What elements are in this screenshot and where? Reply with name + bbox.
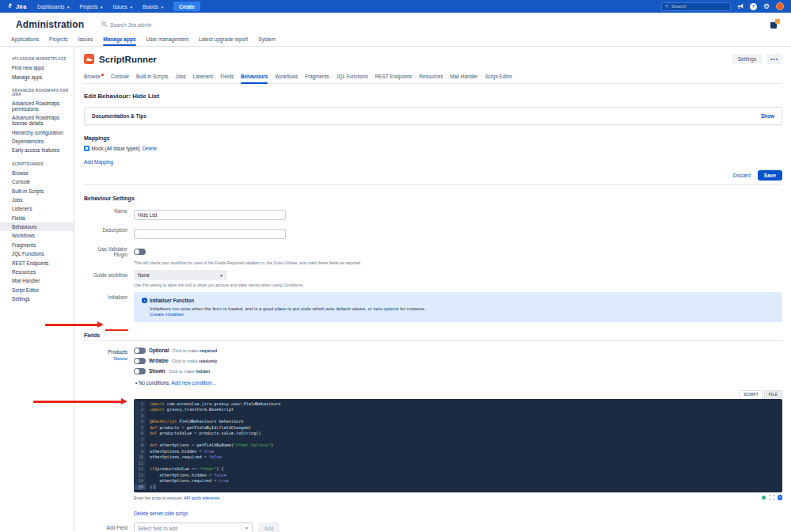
description-field[interactable] (134, 229, 286, 239)
initialiser-label: Initialiser (84, 292, 127, 322)
tab-rest-endpoints[interactable]: REST Endpoints (375, 74, 412, 79)
add-condition-link[interactable]: Add new condition... (171, 380, 216, 386)
scriptrunner-header: ScriptRunner Settings ••• (84, 54, 782, 64)
addon-puzzle-icon[interactable] (770, 19, 780, 28)
tab-workflows[interactable]: Workflows (275, 74, 298, 79)
sidebar-item-manage-apps[interactable]: Manage apps (0, 72, 74, 81)
tab-resources[interactable]: Resources (419, 74, 443, 79)
add-field-select[interactable]: Select field to add ▼ (134, 522, 253, 532)
sidebar-item-jql-functions[interactable]: JQL Functions (0, 249, 74, 258)
create-button[interactable]: Create (173, 2, 200, 11)
sidebar-item-mail-handler[interactable]: Mail Handler (0, 276, 74, 285)
admin-tab-issues[interactable]: Issues (78, 36, 93, 46)
gear-icon[interactable]: ⚙ (763, 3, 770, 10)
guide-workflow-select[interactable]: None ▼ (134, 270, 227, 280)
sidebar-item-browse[interactable]: Browse (0, 169, 74, 177)
sidebar-item-workflows[interactable]: Workflows (0, 231, 74, 240)
validator-toggle[interactable] (134, 249, 146, 255)
admin-tab-latest-upgrade-report[interactable]: Latest upgrade report (199, 36, 248, 46)
app-title: ScriptRunner (99, 55, 157, 64)
code-editor[interactable]: 1import com.onresolve.jira.groovy.user.F… (134, 399, 782, 493)
sidebar-item-advanced-roadmaps-license-details[interactable]: Advanced Roadmaps license details (0, 113, 74, 127)
add-field-button[interactable]: Add (258, 522, 280, 532)
sidebar-item-rest-endpoints[interactable]: REST Endpoints (0, 258, 74, 267)
shown-toggle[interactable] (134, 368, 146, 374)
tab-mail-handler[interactable]: Mail Handler (450, 74, 477, 79)
user-avatar[interactable] (776, 2, 784, 10)
editor-help-icon[interactable]: ? (778, 495, 783, 500)
tab-script[interactable]: SCRIPT (739, 390, 763, 399)
discard-link-top[interactable]: Discard (733, 173, 751, 178)
topnav-search[interactable] (661, 2, 731, 11)
tab-behaviours[interactable]: Behaviours (241, 74, 268, 79)
tab-browse[interactable]: Browse (84, 74, 104, 79)
sidebar-item-resources[interactable]: Resources (0, 268, 74, 276)
more-button[interactable]: ••• (766, 54, 782, 64)
tab-console[interactable]: Console (111, 74, 129, 79)
nav-item-projects[interactable]: Projects ▼ (80, 4, 104, 10)
sidebar-item-early-access-features[interactable]: Early access features (0, 146, 74, 154)
code-line-11: 11 (134, 461, 782, 467)
sidebar-item-script-editor[interactable]: Script Editor (0, 286, 74, 294)
help-icon[interactable]: ? (750, 3, 757, 10)
optional-toggle[interactable] (134, 348, 146, 354)
admin-tab-system[interactable]: System (258, 36, 276, 46)
code-line-14: 14 otherOptions.required = true (134, 478, 782, 484)
sidebar-item-dependencies[interactable]: Dependencies (0, 137, 74, 146)
sidebar-item-fields[interactable]: Fields (0, 214, 74, 222)
tab-file[interactable]: FILE (764, 390, 782, 399)
sidebar-item-find-new-apps[interactable]: Find new apps (0, 63, 74, 72)
code-line-7: 7 (134, 437, 782, 443)
tab-jql-functions[interactable]: JQL Functions (336, 74, 367, 79)
tab-fragments[interactable]: Fragments (305, 74, 329, 79)
field-toggles: OptionalClick to make requiredWritableCl… (134, 348, 782, 374)
conditions-text: No conditions. (139, 380, 170, 386)
settings-button[interactable]: Settings (732, 54, 763, 64)
writable-toggle[interactable] (134, 358, 146, 364)
nav-item-dashboards[interactable]: Dashboards ▼ (37, 4, 70, 10)
create-initialiser-link[interactable]: Create initialiser. (150, 312, 184, 317)
admin-tab-user-management[interactable]: User management (146, 36, 188, 46)
name-field[interactable] (134, 210, 286, 220)
sidebar-item-fragments[interactable]: Fragments (0, 241, 74, 249)
sidebar-item-hierarchy-configuration[interactable]: Hierarchy configuration (0, 128, 74, 137)
nav-item-issues[interactable]: Issues ▼ (113, 4, 133, 10)
tab-jobs[interactable]: Jobs (175, 74, 185, 79)
fullscreen-icon[interactable] (769, 495, 774, 500)
tab-script-editor[interactable]: Script Editor (485, 74, 512, 79)
megaphone-icon[interactable] (737, 3, 743, 10)
show-button[interactable]: Show (761, 113, 774, 119)
sidebar-item-built-in-scripts[interactable]: Built-in Scripts (0, 186, 74, 195)
tab-built-in-scripts[interactable]: Built-in Scripts (136, 74, 168, 79)
admin-search-input[interactable] (110, 22, 181, 28)
page-title: Edit Behaviour: Hide List (84, 93, 782, 100)
mapping-delete-link[interactable]: Delete (143, 146, 157, 151)
admin-search[interactable] (101, 21, 181, 28)
admin-header: Administration (0, 13, 791, 36)
sidebar-item-behaviours[interactable]: Behaviours (0, 222, 74, 231)
api-quick-reference-link[interactable]: API quick reference. (184, 496, 221, 500)
brand-label: Jira (16, 3, 26, 10)
sidebar-item-jobs[interactable]: Jobs (0, 196, 74, 204)
sidebar-item-listeners[interactable]: Listeners (0, 204, 74, 213)
sidebar-item-console[interactable]: Console (0, 177, 74, 186)
admin-tab-projects[interactable]: Projects (49, 36, 67, 46)
sidebar-item-settings[interactable]: Settings (0, 294, 74, 303)
sidebar-item-advanced-roadmaps-permissions[interactable]: Advanced Roadmaps permissions (0, 99, 74, 113)
delete-server-side-script-link[interactable]: Delete server-side script (134, 511, 188, 516)
field-delete-link[interactable]: Delete (114, 356, 127, 361)
name-label: Name (84, 206, 127, 220)
topnav-search-input[interactable] (671, 4, 727, 9)
tab-listeners[interactable]: Listeners (193, 74, 214, 79)
conditions-row: • No conditions. Add new condition... (135, 380, 782, 386)
admin-tab-manage-apps[interactable]: Manage apps (103, 36, 135, 46)
admin-tab-applications[interactable]: Applications (11, 36, 39, 46)
save-button-top[interactable]: Save (758, 170, 782, 180)
jira-brand[interactable]: Jira (7, 3, 26, 10)
code-line-13: 13 otherOptions.hidden = false (134, 473, 782, 479)
nav-item-boards[interactable]: Boards ▼ (143, 4, 164, 10)
add-mapping-link[interactable]: Add Mapping (84, 159, 113, 165)
tab-fields[interactable]: Fields (220, 74, 234, 79)
chevron-down-icon: ▼ (219, 273, 223, 278)
status-ok-icon (762, 496, 766, 500)
